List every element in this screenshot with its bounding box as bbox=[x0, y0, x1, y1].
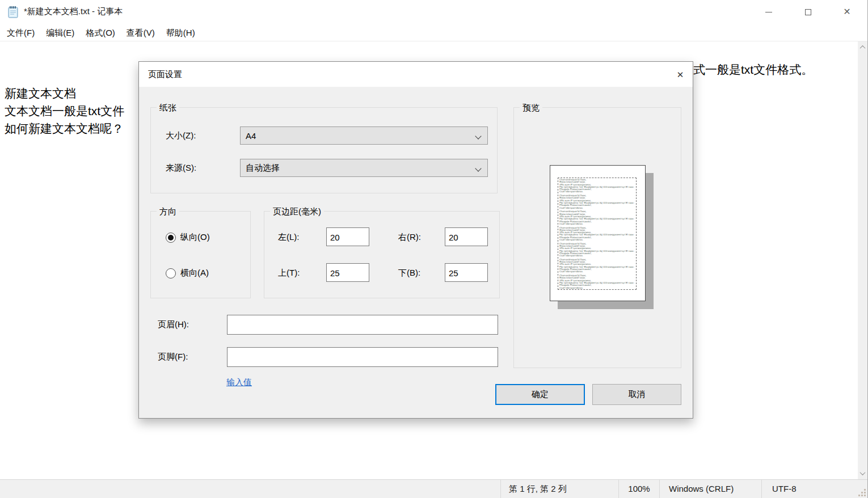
margin-top-input[interactable] bbox=[326, 263, 369, 282]
chevron-up-icon bbox=[860, 45, 866, 51]
margins-group-label: 页边距(毫米) bbox=[270, 206, 324, 217]
close-icon: ✕ bbox=[843, 7, 850, 16]
title-bar: *新建文本文档.txt - 记事本 ✕ bbox=[0, 0, 867, 24]
paper-size-label: 大小(Z): bbox=[166, 130, 196, 141]
radio-unselected-icon bbox=[166, 268, 176, 278]
window-title: *新建文本文档.txt - 记事本 bbox=[24, 6, 123, 17]
status-bar: 第 1 行, 第 2 列 100% Windows (CRLF) UTF-8 bbox=[0, 479, 867, 498]
landscape-radio-option[interactable]: 横向(A) bbox=[166, 268, 209, 278]
landscape-radio-label: 横向(A) bbox=[180, 268, 209, 278]
document-line-1: 新建文本文档 bbox=[5, 85, 76, 102]
paper-group-label: 纸张 bbox=[157, 102, 179, 113]
chevron-down-icon bbox=[475, 133, 481, 139]
margin-right-label: 右(R): bbox=[398, 232, 421, 243]
menu-file[interactable]: 文件(F) bbox=[1, 24, 40, 41]
maximize-button[interactable] bbox=[795, 0, 821, 24]
cancel-button[interactable]: 取消 bbox=[592, 384, 681, 405]
scroll-down-button[interactable] bbox=[858, 469, 867, 478]
paper-size-dropdown[interactable]: A4 bbox=[240, 126, 488, 145]
radio-selected-icon bbox=[166, 233, 176, 243]
menu-format[interactable]: 格式(O) bbox=[80, 24, 121, 41]
paper-group: 纸张 大小(Z): A4 来源(S): 自动选择 bbox=[150, 107, 498, 193]
paper-source-value: 自动选择 bbox=[246, 163, 280, 174]
margin-top-label: 上(T): bbox=[278, 268, 300, 278]
menu-bar: 文件(F) 编辑(E) 格式(O) 查看(V) 帮助(H) bbox=[0, 24, 867, 41]
input-value-link[interactable]: 输入值 bbox=[226, 377, 252, 388]
page-footer-label: 页脚(F): bbox=[158, 352, 188, 362]
page-header-input[interactable] bbox=[227, 315, 498, 335]
paper-source-label: 来源(S): bbox=[166, 163, 196, 174]
margin-left-input[interactable] bbox=[326, 227, 369, 246]
line-ending-status: Windows (CRLF) bbox=[659, 480, 761, 498]
document-line-3: 如何新建文本文档呢？ bbox=[5, 120, 124, 137]
preview-group: 预览 Chamardroquartd fiaas,Maiacrolaorsadd… bbox=[513, 107, 681, 368]
orientation-group-label: 方向 bbox=[157, 206, 179, 217]
scroll-up-button[interactable] bbox=[858, 43, 867, 52]
preview-group-label: 预览 bbox=[520, 102, 542, 113]
encoding-status: UTF-8 bbox=[761, 480, 851, 498]
minimize-icon bbox=[765, 12, 772, 12]
maximize-icon bbox=[805, 9, 811, 15]
cursor-position-status: 第 1 行, 第 2 列 bbox=[500, 480, 618, 498]
vertical-scrollbar[interactable] bbox=[858, 41, 867, 479]
margin-left-label: 左(L): bbox=[278, 232, 300, 243]
resize-grip[interactable] bbox=[858, 489, 866, 496]
close-button[interactable]: ✕ bbox=[834, 0, 860, 24]
paper-size-value: A4 bbox=[246, 131, 256, 141]
margin-bottom-input[interactable] bbox=[445, 263, 488, 282]
page-header-label: 页眉(H): bbox=[158, 319, 189, 330]
document-line-2-right: 式一般是txt文件格式。 bbox=[693, 61, 813, 78]
margin-right-input[interactable] bbox=[445, 227, 488, 246]
dialog-close-icon: ✕ bbox=[677, 70, 684, 79]
portrait-radio-label: 纵向(O) bbox=[180, 232, 210, 243]
margin-bottom-label: 下(B): bbox=[398, 268, 420, 278]
dialog-close-button[interactable]: ✕ bbox=[667, 62, 694, 87]
dialog-title: 页面设置 bbox=[148, 62, 182, 87]
paper-source-dropdown[interactable]: 自动选择 bbox=[240, 159, 488, 177]
menu-edit[interactable]: 编辑(E) bbox=[40, 24, 80, 41]
preview-page-text: Chamardroquartd fiaas,Maiacrolaorsaddf l… bbox=[558, 178, 637, 290]
zoom-level-status: 100% bbox=[618, 480, 659, 498]
document-line-2-left: 文本文档一般是txt文件 bbox=[5, 102, 124, 120]
chevron-down-icon bbox=[860, 470, 866, 475]
menu-help[interactable]: 帮助(H) bbox=[161, 24, 201, 41]
portrait-radio-option[interactable]: 纵向(O) bbox=[166, 232, 210, 243]
margins-group: 页边距(毫米) 左(L): 右(R): 上(T): 下(B): bbox=[264, 211, 500, 298]
notepad-icon bbox=[7, 5, 19, 19]
dialog-header: 页面设置 ✕ bbox=[139, 62, 693, 87]
notepad-window: *新建文本文档.txt - 记事本 ✕ 文件(F) 编辑(E) 格式(O) 查看… bbox=[0, 0, 868, 498]
page-footer-input[interactable] bbox=[227, 347, 498, 367]
menu-view[interactable]: 查看(V) bbox=[121, 24, 161, 41]
minimize-button[interactable] bbox=[756, 0, 782, 24]
page-setup-dialog: 页面设置 ✕ 纸张 大小(Z): A4 来源(S): 自动选择 方向 纵向(O) bbox=[138, 61, 693, 419]
ok-button[interactable]: 确定 bbox=[495, 384, 585, 405]
preview-page: Chamardroquartd fiaas,Maiacrolaorsaddf l… bbox=[550, 165, 646, 301]
chevron-down-icon bbox=[475, 165, 481, 171]
orientation-group: 方向 纵向(O) 横向(A) bbox=[150, 211, 251, 298]
